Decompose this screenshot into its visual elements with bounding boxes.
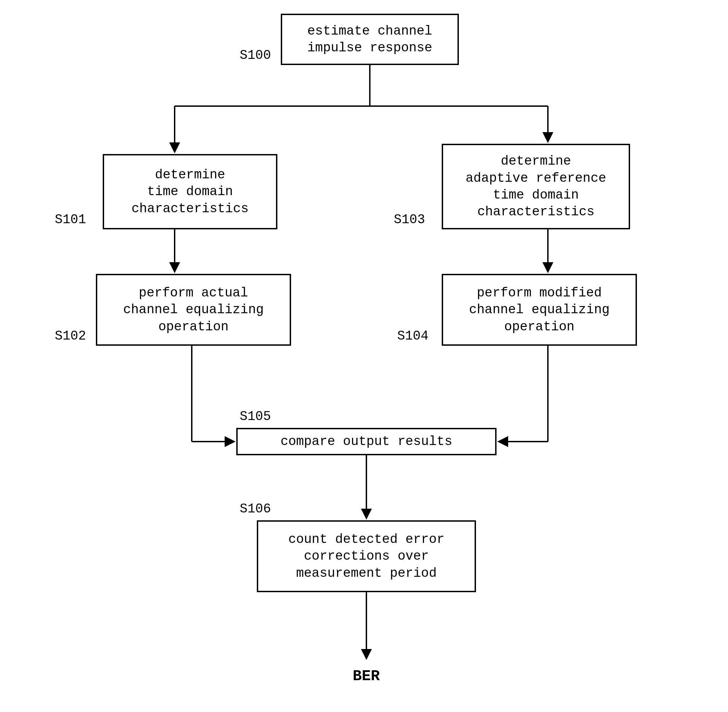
node-s103-text: determine adaptive reference time domain… [466,153,606,221]
label-s101: S101 [55,212,86,227]
node-s104-text: perform modified channel equalizing oper… [469,285,609,335]
node-s102: perform actual channel equalizing operat… [96,274,291,346]
label-s104: S104 [397,329,428,343]
node-s101-text: determine time domain characteristics [131,166,249,217]
node-s101: determine time domain characteristics [103,154,277,229]
node-s106: count detected error corrections over me… [257,520,476,592]
label-s105: S105 [240,409,271,424]
connectors [0,0,728,712]
node-s100-text: estimate channel impulse response [308,22,432,56]
label-s106: S106 [240,501,271,516]
label-s102: S102 [55,329,86,343]
label-s103: S103 [394,212,425,227]
node-s105-text: compare output results [281,433,452,450]
output-ber: BER [353,668,380,685]
node-s104: perform modified channel equalizing oper… [442,274,637,346]
node-s103: determine adaptive reference time domain… [442,144,630,229]
node-s105: compare output results [236,428,496,455]
node-s100: estimate channel impulse response [281,14,459,65]
node-s106-text: count detected error corrections over me… [288,531,444,581]
node-s102-text: perform actual channel equalizing operat… [123,285,264,335]
label-s100: S100 [240,48,271,63]
